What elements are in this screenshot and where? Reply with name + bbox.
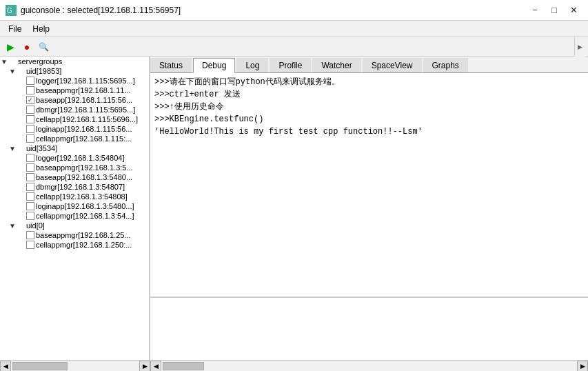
tree-item-0[interactable]: ▼servergroups [0,57,149,66]
tree-toggle[interactable] [17,106,25,114]
tab-debug[interactable]: Debug [193,58,235,73]
tree-item-5[interactable]: dbmgr[192.168.1.115:5695...] [0,105,149,114]
tree-checkbox[interactable] [26,96,34,104]
tree-label: logger[192.168.1.115:5695...] [36,77,135,85]
stop-button[interactable]: ● [19,39,34,54]
left-hscroll-right[interactable]: ▶ [139,361,150,372]
console-input[interactable] [150,298,588,360]
tree-item-16[interactable]: cellappmgr[192.168.1.3:54...] [0,211,149,221]
tree-checkbox[interactable] [26,212,34,220]
tree-label: dbmgr[192.168.1.115:5695...] [36,106,135,114]
tree-toggle[interactable] [17,96,25,104]
tab-watcher[interactable]: Watcher [312,58,361,72]
bottom-scrollbar: ◀ ▶ [150,360,588,371]
tree-toggle[interactable] [17,125,25,133]
tree-item-2[interactable]: logger[192.168.1.115:5695...] [0,76,149,86]
tree-item-6[interactable]: cellapp[192.168.1.115:5696...] [0,114,149,124]
tree-toggle[interactable] [17,212,25,220]
tree-toggle[interactable] [17,192,25,201]
tree-label: baseapp[192.168.1.115:56... [36,96,132,104]
tab-profile[interactable]: Profile [270,58,311,72]
scroll-track [161,361,577,371]
maximize-button[interactable]: □ [545,3,563,17]
tree-toggle[interactable]: ▼ [8,144,17,152]
tree-checkbox[interactable] [26,231,34,239]
tab-status[interactable]: Status [150,58,192,72]
tree-checkbox[interactable] [26,241,34,249]
tree-item-13[interactable]: dbmgr[192.168.1.3:54807] [0,182,149,192]
tree-item-18[interactable]: baseappmgr[192.168.1.25... [0,230,149,240]
right-edge: ▶ [574,37,585,57]
tree-item-15[interactable]: loginapp[192.168.1.3:5480...] [0,201,149,211]
tree-checkbox[interactable] [26,173,34,181]
tree-toggle[interactable]: ▼ [8,221,17,230]
console-line: >>>ctrl+enter 发送 [154,88,584,101]
tree-item-10[interactable]: logger[192.168.1.3:54804] [0,153,149,163]
tree-label: baseappmgr[192.168.1.25... [36,231,131,239]
menu-file[interactable]: File [3,23,27,35]
left-hscroll-left[interactable]: ◀ [0,361,11,372]
scroll-right-btn[interactable]: ▶ [577,361,588,372]
tree-toggle[interactable]: ▼ [0,57,8,66]
title-bar: G guiconsole : selected[192.168.1.115:56… [0,0,588,21]
tree-checkbox[interactable] [26,77,34,85]
tab-bar: Status Debug Log Profile Watcher SpaceVi… [150,57,588,73]
search-button[interactable]: 🔍 [36,39,51,54]
tree-label: baseappmgr[192.168.1.11... [36,86,131,94]
tab-log[interactable]: Log [236,58,268,72]
tree-item-12[interactable]: baseapp[192.168.1.3:5480... [0,172,149,182]
tree-toggle[interactable] [17,115,25,123]
tree-label: uid[3534] [26,144,57,152]
toolbar: ▶ ● 🔍 ▶ [0,37,588,57]
tree-item-17[interactable]: ▼uid[0] [0,221,149,230]
tree-checkbox[interactable] [26,115,34,123]
tree-checkbox[interactable] [26,192,34,201]
minimize-button[interactable]: − [526,3,544,17]
tree-checkbox[interactable] [26,154,34,162]
tree-toggle[interactable] [17,202,25,210]
scroll-left-btn[interactable]: ◀ [150,361,161,372]
tree-item-11[interactable]: baseappmgr[192.168.1.3:5... [0,163,149,172]
tab-spaceview[interactable]: SpaceView [363,58,422,72]
tree-toggle[interactable] [17,134,25,143]
tab-graphs[interactable]: Graphs [423,58,468,72]
tree-checkbox[interactable] [26,202,34,210]
tree-item-1[interactable]: ▼uid[19853] [0,66,149,76]
scroll-thumb[interactable] [163,362,204,370]
left-hscroll-track [11,361,139,371]
tree-toggle[interactable] [17,231,25,239]
console-output[interactable]: >>>请在下面的窗口写python代码来调试服务端。>>>ctrl+enter … [150,73,588,298]
tree-checkbox[interactable] [26,134,34,143]
tree-label: servergroups [18,57,62,66]
tree-toggle[interactable] [17,173,25,181]
tree-checkbox[interactable] [26,183,34,191]
tree-toggle[interactable] [17,183,25,191]
tree-toggle[interactable] [17,241,25,249]
run-button[interactable]: ▶ [3,39,18,54]
tree-item-8[interactable]: cellappmgr[192.168.1.115:... [0,134,149,143]
tree-item-9[interactable]: ▼uid[3534] [0,143,149,153]
tree-checkbox[interactable] [26,125,34,133]
tree-toggle[interactable] [17,86,25,94]
tree-item-3[interactable]: baseappmgr[192.168.1.11... [0,86,149,95]
title-bar-controls: − □ ✕ [526,3,582,17]
tree-checkbox[interactable] [26,163,34,172]
tree-toggle[interactable] [17,163,25,172]
close-button[interactable]: ✕ [565,3,582,17]
tree-item-14[interactable]: cellapp[192.168.1.3:54808] [0,192,149,201]
left-hscroll-thumb[interactable] [12,362,68,370]
tree-item-7[interactable]: loginapp[192.168.1.115:56... [0,124,149,134]
tree-checkbox[interactable] [26,86,34,94]
tree-toggle[interactable] [17,154,25,162]
tree-item-4[interactable]: baseapp[192.168.1.115:56... [0,95,149,105]
tree-label: cellappmgr[192.168.1.115:... [36,134,132,143]
console-line: >>>↑使用历史命令 [154,101,584,113]
tree-item-19[interactable]: cellappmgr[192.168.1.250:... [0,240,149,250]
tree-toggle[interactable] [17,77,25,85]
tree-checkbox[interactable] [26,106,34,114]
tree-label: cellapp[192.168.1.3:54808] [36,192,128,201]
main-container: ▼servergroups▼uid[19853]logger[192.168.1… [0,57,588,371]
menu-help[interactable]: Help [27,23,55,35]
tree-toggle[interactable]: ▼ [8,67,17,75]
tree-label: cellappmgr[192.168.1.250:... [36,241,132,249]
